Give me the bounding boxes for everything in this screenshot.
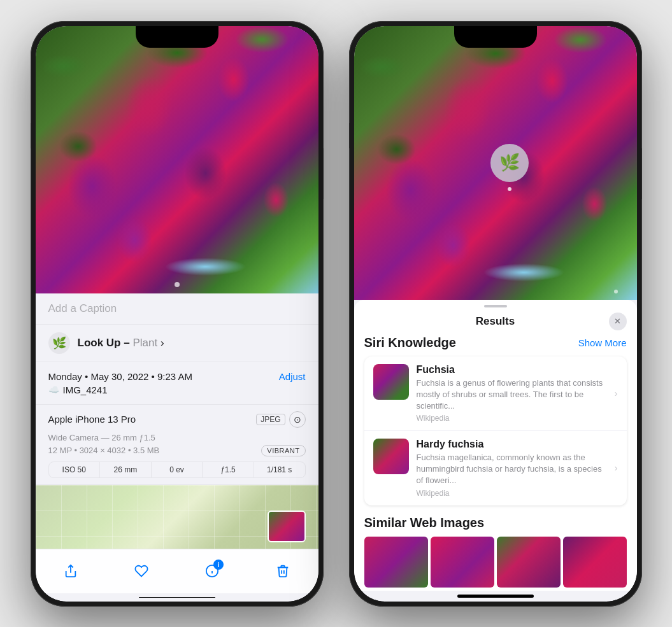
- siri-knowledge-title: Siri Knowledge: [364, 335, 456, 350]
- exif-ev: 0 ev: [152, 462, 203, 477]
- close-button[interactable]: ✕: [609, 313, 627, 330]
- similar-images-section: Similar Web Images: [354, 516, 637, 591]
- filename: IMG_4241: [63, 384, 108, 395]
- fuchsia-content: Fuchsia Fuchsia is a genus of flowering …: [417, 364, 607, 423]
- lookup-label: Look Up – Plant ›: [78, 337, 164, 349]
- left-phone: Add a Caption 🌿 Look Up – Plant › Monday…: [31, 21, 324, 607]
- right-screen: 🌿 Results ✕ Siri Knowledge: [354, 26, 637, 602]
- similar-images-grid: [364, 537, 627, 588]
- results-sheet: Results ✕ Siri Knowledge Show More: [354, 300, 637, 591]
- fuchsia-thumbnail: [373, 364, 409, 400]
- siri-knowledge-section: Siri Knowledge Show More Fuchsia Fuchsia…: [354, 335, 637, 516]
- fuchsia-description: Fuchsia is a genus of flowering plants t…: [417, 377, 607, 412]
- caption-placeholder[interactable]: Add a Caption: [48, 302, 117, 314]
- home-indicator-right: [457, 595, 534, 598]
- fuchsia-source: Wikipedia: [417, 414, 607, 423]
- delete-button[interactable]: [269, 557, 297, 585]
- lookup-icon: 🌿: [48, 332, 70, 354]
- similar-section-header: Similar Web Images: [364, 516, 627, 530]
- photo-view[interactable]: [36, 26, 318, 293]
- location-icon: ⊙: [289, 411, 306, 428]
- format-badge: JPEG: [256, 414, 285, 425]
- visual-lookup-button[interactable]: 🌿: [490, 144, 529, 182]
- similar-image-2[interactable]: [431, 537, 494, 588]
- adjust-button[interactable]: Adjust: [279, 371, 306, 382]
- lens-info: Wide Camera — 26 mm ƒ1.5: [48, 433, 306, 442]
- hardy-fuchsia-source: Wikipedia: [417, 489, 607, 498]
- camera-model: Apple iPhone 13 Pro: [48, 414, 136, 425]
- fuchsia-chevron-icon: ›: [615, 388, 618, 398]
- section-header: Siri Knowledge Show More: [364, 335, 627, 350]
- info-button[interactable]: i: [198, 557, 226, 585]
- lookup-row[interactable]: 🌿 Look Up – Plant ›: [36, 325, 318, 362]
- knowledge-item-fuchsia[interactable]: Fuchsia Fuchsia is a genus of flowering …: [364, 356, 627, 432]
- info-badge: i: [213, 560, 224, 570]
- results-title: Results: [476, 315, 515, 328]
- knowledge-card: Fuchsia Fuchsia is a genus of flowering …: [364, 356, 627, 505]
- hardy-fuchsia-thumbnail: [373, 439, 409, 474]
- map-section[interactable]: [36, 485, 318, 549]
- hardy-fuchsia-description: Fuchsia magellanica, commonly known as t…: [417, 452, 607, 487]
- caption-area[interactable]: Add a Caption: [36, 293, 318, 325]
- notch-right: [454, 26, 537, 48]
- exif-aperture: ƒ1.5: [203, 462, 254, 477]
- photo-view-right[interactable]: 🌿: [354, 26, 637, 300]
- results-header: Results ✕: [354, 313, 637, 335]
- favorite-button[interactable]: [127, 557, 155, 585]
- resolution-info: 12 MP • 3024 × 4032 • 3.5 MB VIBRANT: [48, 445, 306, 456]
- share-button[interactable]: [57, 557, 85, 585]
- camera-section: Apple iPhone 13 Pro JPEG ⊙ Wide Camera —…: [36, 405, 318, 485]
- show-more-button[interactable]: Show More: [578, 337, 627, 348]
- exif-row: ISO 50 26 mm 0 ev ƒ1.5 1/181 s: [48, 461, 306, 478]
- sheet-handle: [484, 305, 507, 307]
- photo-date: Monday • May 30, 2022 • 9:23 AM: [48, 371, 192, 382]
- left-screen: Add a Caption 🌿 Look Up – Plant › Monday…: [36, 26, 318, 602]
- vibrant-badge: VIBRANT: [261, 445, 305, 456]
- hardy-fuchsia-content: Hardy fuchsia Fuchsia magellanica, commo…: [417, 439, 607, 498]
- hardy-fuchsia-name: Hardy fuchsia: [417, 439, 607, 450]
- hardy-fuchsia-chevron-icon: ›: [615, 463, 618, 473]
- cloud-icon: ☁️: [48, 384, 59, 395]
- photo-thumbnail-on-map: [268, 511, 306, 542]
- knowledge-item-hardy-fuchsia[interactable]: Hardy fuchsia Fuchsia magellanica, commo…: [364, 431, 627, 505]
- lookup-indicator-dot: [508, 187, 511, 191]
- metadata-section: Monday • May 30, 2022 • 9:23 AM Adjust ☁…: [36, 362, 318, 405]
- right-phone: 🌿 Results ✕ Siri Knowledge: [349, 21, 642, 607]
- similar-section-title: Similar Web Images: [364, 516, 485, 530]
- fuchsia-name: Fuchsia: [417, 364, 607, 376]
- home-indicator: [139, 597, 215, 598]
- exif-iso: ISO 50: [49, 462, 101, 477]
- similar-image-1[interactable]: [364, 537, 428, 588]
- notch: [136, 26, 218, 48]
- exif-focal: 26 mm: [100, 462, 152, 477]
- page-indicator-dot: [614, 290, 618, 293]
- similar-image-3[interactable]: [497, 537, 561, 588]
- exif-shutter: 1/181 s: [254, 462, 305, 477]
- toolbar: i: [36, 549, 318, 593]
- similar-image-4[interactable]: [563, 537, 627, 588]
